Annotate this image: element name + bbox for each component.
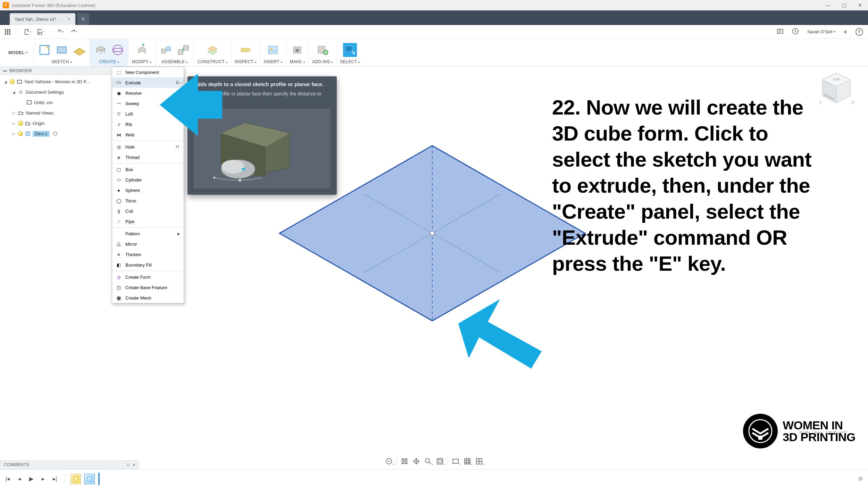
fit-icon[interactable]: ▾ bbox=[435, 456, 445, 466]
timeline-prev-icon[interactable]: ◂ bbox=[15, 475, 24, 483]
insert-decal-icon[interactable] bbox=[266, 43, 280, 57]
close-window-button[interactable]: ✕ bbox=[852, 0, 868, 10]
expand-icon[interactable]: ◢ bbox=[12, 90, 16, 94]
timeline-next-icon[interactable]: ▸ bbox=[39, 475, 47, 483]
ribbon-label-addins[interactable]: ADD-INS bbox=[312, 59, 333, 66]
tree-row-namedviews[interactable]: ▷ Named Views bbox=[0, 108, 111, 118]
timeline-end-icon[interactable]: ▸| bbox=[51, 475, 59, 483]
make-3dprint-icon[interactable] bbox=[290, 43, 304, 57]
menu-item-pipe[interactable]: ⟋Pipe bbox=[112, 216, 184, 227]
assemble-joint-icon[interactable] bbox=[159, 43, 173, 57]
ribbon-label-make[interactable]: MAKE bbox=[290, 59, 305, 66]
construct-plane-icon[interactable] bbox=[206, 43, 219, 57]
tree-row-origin[interactable]: ▷ Origin bbox=[0, 118, 111, 128]
comments-panel-header[interactable]: COMMENTS ⊙ ▾ bbox=[0, 460, 139, 469]
ribbon-label-sketch[interactable]: SKETCH bbox=[52, 59, 72, 66]
timeline-play-icon[interactable]: ▶ bbox=[27, 475, 35, 483]
comments-settings-icon[interactable]: ⊙ bbox=[126, 462, 130, 467]
sketch-create-icon[interactable] bbox=[37, 43, 51, 57]
menu-item-label: Hole bbox=[125, 144, 135, 150]
ribbon-group-inspect: INSPECT bbox=[231, 39, 260, 66]
menu-item-create-mesh[interactable]: ▦Create Mesh bbox=[112, 293, 184, 303]
addins-scripts-icon[interactable] bbox=[316, 43, 329, 57]
visibility-bulb-icon[interactable] bbox=[18, 131, 23, 136]
ribbon-group-addins: ADD-INS bbox=[309, 39, 337, 66]
browser-header[interactable]: ◂◂ BROWSER bbox=[0, 67, 111, 75]
maximize-button[interactable]: ▢ bbox=[836, 0, 852, 10]
inspect-measure-icon[interactable] bbox=[239, 43, 252, 57]
menu-item-cylinder[interactable]: ⬭Cylinder bbox=[112, 175, 184, 185]
menu-item-boundary-fill[interactable]: ◧Boundary Fill bbox=[112, 260, 184, 270]
timeline-feature-1[interactable] bbox=[70, 474, 81, 484]
sketch-plane-icon[interactable] bbox=[72, 43, 86, 57]
close-tab-button[interactable]: × bbox=[66, 16, 72, 22]
notifications-icon[interactable]: ♦ bbox=[844, 28, 847, 36]
menu-item-coil[interactable]: §Coil bbox=[112, 206, 184, 216]
timeline-settings-icon[interactable]: ⚙ bbox=[856, 475, 865, 483]
ribbon-label-assemble[interactable]: ASSEMBLE bbox=[161, 59, 187, 66]
ribbon-label-insert[interactable]: INSERT bbox=[264, 59, 283, 66]
timeline-start-icon[interactable]: |◂ bbox=[3, 475, 12, 483]
expand-icon[interactable]: ◢ bbox=[3, 80, 8, 84]
menu-item-label: Boundary Fill bbox=[125, 262, 152, 268]
assemble-component-icon[interactable] bbox=[176, 43, 190, 57]
tree-row-sketch1[interactable]: ▷ Dice:1 bbox=[0, 128, 111, 139]
data-panel-icon[interactable] bbox=[4, 28, 11, 35]
tree-row-docsettings[interactable]: ◢ ⚙ Document Settings bbox=[0, 87, 111, 97]
help-icon[interactable]: ? bbox=[856, 28, 863, 36]
tree-row-root[interactable]: ◢ Yard Yahtzee - Women in 3D P... bbox=[0, 76, 111, 87]
pan-icon[interactable] bbox=[411, 456, 421, 466]
expand-icon[interactable]: ▷ bbox=[12, 121, 16, 125]
new-tab-button[interactable]: + bbox=[77, 13, 89, 25]
job-status-icon[interactable] bbox=[792, 28, 799, 36]
expand-icon[interactable]: ▷ bbox=[12, 111, 16, 115]
select-tool-icon[interactable] bbox=[343, 43, 357, 57]
modify-presspull-icon[interactable] bbox=[135, 43, 149, 57]
menu-item-thicken[interactable]: ≡Thicken bbox=[112, 249, 184, 260]
menu-item-sphere[interactable]: ●Sphere bbox=[112, 185, 184, 195]
menu-item-box[interactable]: ▢Box bbox=[112, 164, 184, 175]
comments-expand-icon[interactable]: ▾ bbox=[133, 462, 135, 467]
sketch-rectangle-icon[interactable] bbox=[55, 43, 69, 57]
ribbon-label-modify[interactable]: MODIFY bbox=[132, 59, 152, 66]
visibility-bulb-icon[interactable] bbox=[18, 121, 23, 126]
extensions-icon[interactable] bbox=[777, 28, 784, 36]
timeline-marker[interactable] bbox=[98, 473, 100, 485]
menu-item-pattern[interactable]: Pattern▶ bbox=[112, 228, 184, 239]
expand-icon[interactable]: ▷ bbox=[12, 132, 16, 136]
look-at-icon[interactable] bbox=[400, 456, 409, 466]
menu-item-create-form[interactable]: ◍Create Form bbox=[112, 272, 184, 282]
display-settings-icon[interactable]: ▾ bbox=[451, 456, 460, 466]
grid-settings-icon[interactable]: ▾ bbox=[462, 456, 472, 466]
logo-line1: WOMEN IN bbox=[783, 419, 856, 431]
menu-item-label: Thread bbox=[125, 155, 140, 160]
collapse-browser-icon[interactable]: ◂◂ bbox=[3, 69, 7, 73]
visibility-bulb-icon[interactable] bbox=[10, 79, 15, 84]
menu-item-create-base-feature[interactable]: ◫Create Base Feature bbox=[112, 282, 184, 293]
create-extrude-icon[interactable] bbox=[93, 43, 107, 57]
ribbon-label-construct[interactable]: CONSTRUCT bbox=[198, 59, 227, 66]
menu-item-label: Web bbox=[125, 132, 135, 137]
ribbon-label-inspect[interactable]: INSPECT bbox=[235, 59, 256, 66]
viewcube-x-axis: x bbox=[852, 100, 854, 104]
user-menu[interactable]: Sarah O'Sell▾ bbox=[807, 29, 835, 34]
redo-icon[interactable] bbox=[70, 28, 77, 35]
tree-row-units[interactable]: Units: cm bbox=[0, 97, 111, 108]
zoom-icon[interactable]: ▾ bbox=[423, 456, 433, 466]
activate-radio-icon[interactable] bbox=[53, 132, 57, 136]
file-menu-icon[interactable] bbox=[24, 28, 31, 35]
orbit-icon[interactable]: ▾ bbox=[384, 456, 394, 466]
timeline-feature-2[interactable] bbox=[84, 474, 95, 484]
view-cube[interactable]: TOP FRONT RIGHT z x bbox=[817, 69, 856, 107]
create-form-icon[interactable] bbox=[111, 43, 125, 57]
workspace-switcher[interactable]: MODEL▾ bbox=[3, 39, 34, 66]
menu-item-mirror[interactable]: ⧋Mirror bbox=[112, 239, 184, 249]
document-tab[interactable]: Yard Yah...Demo v1* ○ × bbox=[10, 13, 75, 25]
viewport-layout-icon[interactable]: ▾ bbox=[474, 456, 484, 466]
minimize-button[interactable]: — bbox=[820, 0, 836, 10]
ribbon-label-create[interactable]: CREATE bbox=[99, 59, 119, 66]
save-icon[interactable] bbox=[37, 28, 44, 35]
menu-item-torus[interactable]: ◯Torus bbox=[112, 195, 184, 206]
ribbon-label-select[interactable]: SELECT bbox=[340, 59, 360, 66]
undo-icon[interactable] bbox=[57, 28, 64, 35]
